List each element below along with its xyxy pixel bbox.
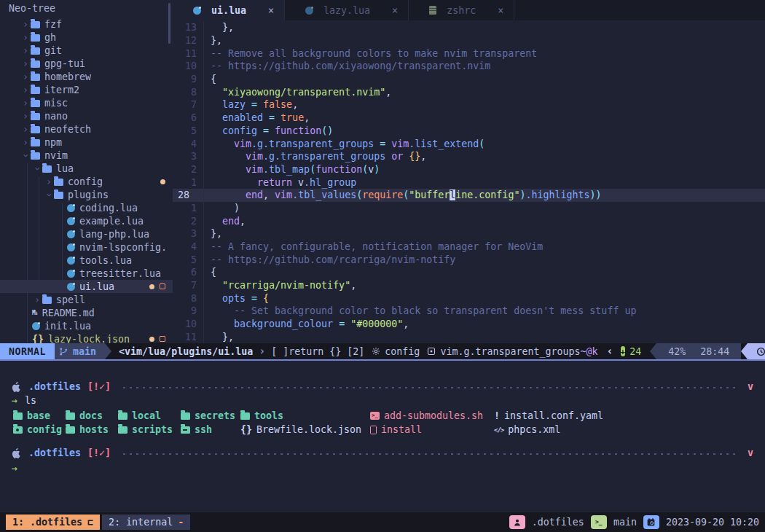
tmux-window-internal[interactable]: 2: internal-: [102, 515, 190, 530]
unstaged-square-icon: [160, 283, 165, 289]
code-line[interactable]: 10 background_colour = "#000000",: [173, 318, 765, 331]
tab-lazy-lua[interactable]: lazy.lua×: [285, 0, 409, 20]
tree-item-npm[interactable]: ›npm: [0, 136, 173, 149]
tree-item-coding-lua[interactable]: coding.lua: [0, 201, 173, 214]
terminal-file-icon: >_: [370, 412, 380, 420]
ls-entry-tools: tools: [240, 409, 283, 423]
tree-item-neofetch[interactable]: ›neofetch: [0, 122, 173, 136]
code-line[interactable]: 10-- https://github.com/xiyaowong/transp…: [173, 60, 765, 73]
code-text: -- Set background color to black so tran…: [211, 305, 636, 316]
code-line[interactable]: 9{: [173, 73, 765, 86]
code-line[interactable]: 7 "rcarriga/nvim-notify",: [173, 279, 765, 292]
code-line[interactable]: 9 -- Set background color to black so tr…: [173, 305, 765, 318]
tab-ui-lua[interactable]: ui.lua×: [173, 0, 285, 20]
tree-item-nvim-lspconfig-[interactable]: nvim-lspconfig.: [0, 240, 173, 254]
code-line[interactable]: 3},: [173, 227, 765, 240]
tree-item-misc[interactable]: ›misc: [0, 96, 173, 109]
tree-item-treesitter-lua[interactable]: treesitter.lua: [0, 267, 173, 280]
terminal-window: Neo-tree ›fzf›gh›git›gpg-tui›homebrew›it…: [0, 0, 765, 532]
tree-item-example-lua[interactable]: example.lua: [0, 214, 173, 227]
code-line[interactable]: 4 vim.g.transparent_groups = vim.list_ex…: [173, 137, 765, 150]
folder-icon: [54, 192, 63, 199]
code-text: "xiyaowong/transparent.nvim",: [211, 87, 391, 98]
code-line[interactable]: 12},: [173, 34, 765, 47]
gutter-separator: [203, 253, 204, 266]
code-line[interactable]: 7 lazy = false,: [173, 98, 765, 112]
folder-icon: [31, 34, 40, 42]
tab-zshrc[interactable]: zshrc×: [409, 0, 514, 20]
line-number: 6: [173, 267, 197, 278]
code-line[interactable]: 5 config = function(): [173, 125, 765, 138]
chevron-right-icon: ›: [20, 137, 31, 148]
tree-item-fzf[interactable]: ›fzf: [0, 17, 173, 31]
tab-close-icon[interactable]: ×: [268, 5, 274, 16]
tree-item-iterm2[interactable]: ›iterm2: [0, 83, 173, 96]
tree-item-lang-php-lua[interactable]: lang-php.lua: [0, 227, 173, 240]
tree-item-lazy-lock-json[interactable]: {}lazy-lock.json: [0, 332, 173, 343]
code-line[interactable]: 1 ): [173, 202, 765, 215]
code-text: {: [211, 267, 216, 278]
tree-item-init-lua[interactable]: init.lua: [0, 319, 173, 332]
tmux-session-name: .dotfiles: [532, 517, 584, 528]
shell-pane[interactable]: .dotfiles [!✓] v → ls basedocslocalsecre…: [0, 361, 765, 512]
code-line[interactable]: 4-- A fancy, configurable, notification …: [173, 240, 765, 254]
code-line[interactable]: 5-- https://github.com/rcarriga/nvim-not…: [173, 253, 765, 266]
tree-item-ui-lua[interactable]: ui.lua: [0, 280, 173, 293]
line-number: 11: [173, 48, 197, 59]
gutter-separator: [203, 47, 204, 60]
code-line[interactable]: 6 enabled = true,: [173, 112, 765, 125]
tmux-datetime: 2023-09-20 10:20: [666, 517, 759, 528]
code-area[interactable]: 13 },12},11-- Remove all background colo…: [173, 20, 765, 343]
tree-item-git[interactable]: ›git: [0, 44, 173, 57]
tree-item-tools-lua[interactable]: tools.lua: [0, 254, 173, 267]
code-line[interactable]: 8 opts = {: [173, 292, 765, 305]
tab-close-icon[interactable]: ×: [498, 5, 503, 16]
code-line[interactable]: 3 vim.g.transparent_groups or {},: [173, 150, 765, 163]
code-line[interactable]: 11 },: [173, 331, 765, 344]
tree-item-config[interactable]: ›config: [0, 175, 173, 188]
code-line-current[interactable]: 28 end, vim.tbl_values(require("bufferli…: [173, 189, 765, 202]
tree-item-gpg-tui[interactable]: ›gpg-tui: [0, 57, 173, 70]
git-added-count: 24: [629, 346, 641, 357]
code-line[interactable]: 11-- Remove all background colors to mak…: [173, 47, 765, 60]
code-text: -- https://github.com/rcarriga/nvim-noti…: [211, 254, 455, 265]
tab-label: zshrc: [447, 5, 476, 16]
code-line[interactable]: 2 vim.tbl_map(function(v): [173, 163, 765, 176]
tree-item-plugins[interactable]: ›plugins: [0, 188, 173, 201]
statusline: NORMAL main <vim/lua/plugins/ui.lua › [ …: [0, 343, 765, 359]
editor-pane: ui.lua×lazy.lua×zshrc× 13 },12},11-- Rem…: [173, 0, 765, 343]
code-line[interactable]: 6{: [173, 266, 765, 279]
command-line[interactable]: →: [0, 461, 765, 475]
line-number: 4: [173, 138, 197, 149]
window-flag: -: [178, 517, 184, 528]
powerline-separator: [741, 343, 748, 359]
tree-item-homebrew[interactable]: ›homebrew: [0, 70, 173, 83]
tree-item-nvim[interactable]: ›nvim: [0, 149, 173, 162]
code-line[interactable]: 13 },: [173, 21, 765, 34]
tree-item-lua[interactable]: ›lua: [0, 162, 173, 175]
line-number: 7: [173, 99, 197, 110]
gutter-separator: [203, 227, 204, 240]
tree-item-label: coding.lua: [79, 203, 138, 214]
tree-item-gh[interactable]: ›gh: [0, 31, 173, 44]
tree-item-nano[interactable]: ›nano: [0, 109, 173, 122]
gutter-separator: [203, 240, 204, 254]
lua-file-icon: [67, 257, 75, 265]
gutter-separator: [203, 34, 204, 47]
code-line[interactable]: 1 return v.hl_group: [173, 176, 765, 189]
tree-item-spell[interactable]: ›spell: [0, 293, 173, 306]
neotree-scrollbar[interactable]: [168, 3, 170, 44]
lua-file-icon: [32, 322, 40, 330]
git-branch-icon: [59, 347, 68, 356]
tab-close-icon[interactable]: ×: [392, 5, 398, 16]
tmux-window--dotfiles[interactable]: 1: .dotfiles⊏: [6, 515, 100, 530]
folder-icon: [240, 412, 250, 420]
line-number: 9: [173, 74, 197, 85]
chevron-right-icon: ›: [20, 19, 31, 30]
code-line[interactable]: 2 end,: [173, 214, 765, 227]
code-line[interactable]: 8 "xiyaowong/transparent.nvim",: [173, 85, 765, 98]
code-text: end, vim.tbl_values(require("bufferline.…: [211, 189, 601, 200]
tree-item-readme-md[interactable]: M↓README.md: [0, 306, 173, 319]
line-number: 7: [173, 280, 197, 291]
git-branch-segment[interactable]: main: [55, 343, 105, 359]
